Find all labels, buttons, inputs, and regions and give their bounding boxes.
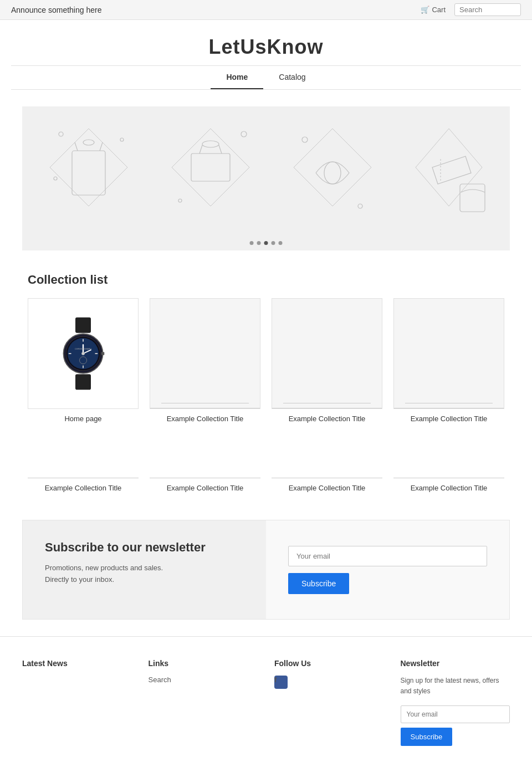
svg-text:CHRONOGRAPH: CHRONOGRAPH [75,348,91,350]
collection-section: Collection list [22,262,510,503]
hero-dot-3[interactable] [264,241,268,245]
hero-dots [250,241,283,245]
hero-illustration-1 [44,123,133,234]
announce-bar: Announce something here 🛒 Cart [0,0,532,20]
newsletter-title: Subscribe to our newsletter [45,540,244,555]
collection-item-home[interactable]: CHRONOGRAPH Home page [28,298,139,423]
newsletter-right: Subscribe [266,520,509,619]
site-header: LetUsKnow Home Catalog [0,20,532,95]
collection-grid: CHRONOGRAPH Home page Example Collection… [28,298,504,492]
collection-label-6: Example Collection Title [272,484,382,492]
collection-image-4 [28,434,139,478]
cart-label: Cart [432,6,446,14]
hero-dot-5[interactable] [279,241,283,245]
footer-newsletter-desc: Sign up for the latest news, offers and … [401,676,510,697]
svg-rect-34 [101,352,105,355]
announce-text: Announce something here [11,6,101,14]
nav-home[interactable]: Home [211,66,263,89]
collection-item-4[interactable]: Example Collection Title [28,434,139,492]
collection-item-6[interactable]: Example Collection Title [272,434,382,492]
collection-item-1[interactable]: Example Collection Title [150,298,260,423]
footer-follow-us: Follow Us f [274,659,384,746]
footer-links: Links Search [149,659,258,746]
search-input[interactable] [454,3,521,16]
svg-point-12 [202,141,219,147]
collection-section-title: Collection list [28,273,504,287]
svg-point-6 [120,138,124,141]
newsletter-email-input[interactable] [288,546,487,566]
svg-line-3 [100,142,103,151]
svg-point-4 [83,140,94,145]
newsletter-subscribe-button[interactable]: Subscribe [288,573,349,594]
hero-illustration-3 [288,123,377,234]
collection-label-5: Example Collection Title [150,484,260,492]
footer-inner: Latest News Links Search Follow Us f New… [22,659,510,762]
collection-image-5 [150,434,260,478]
footer-facebook-link[interactable]: f [274,676,288,689]
hero-illustration-4 [410,123,488,234]
svg-rect-1 [72,151,105,195]
collection-image-home: CHRONOGRAPH [28,298,139,409]
cart-icon: 🛒 [421,6,429,14]
footer-newsletter-email[interactable] [401,705,510,723]
svg-rect-21 [460,184,485,212]
newsletter-desc: Promotions, new products and sales. Dire… [45,562,244,586]
collection-label-2: Example Collection Title [272,415,382,423]
hero-dot-4[interactable] [272,241,275,245]
hero-slideshow [22,106,510,250]
cart-link[interactable]: 🛒 Cart [421,6,446,14]
nav-catalog[interactable]: Catalog [263,66,321,89]
watch-illustration: CHRONOGRAPH [50,315,116,392]
placeholder-1 [150,299,260,408]
collection-image-6 [272,434,382,478]
hero-illustration-2 [166,123,255,234]
newsletter-section: Subscribe to our newsletter Promotions, … [22,520,510,620]
svg-rect-22 [75,318,91,333]
svg-marker-0 [50,129,127,206]
svg-point-5 [59,132,63,136]
footer-newsletter-heading: Newsletter [401,659,510,668]
svg-marker-19 [416,129,482,206]
newsletter-left: Subscribe to our newsletter Promotions, … [23,520,266,619]
site-footer: Latest News Links Search Follow Us f New… [0,636,532,762]
collection-label-3: Example Collection Title [393,415,504,423]
main-nav: Home Catalog [11,65,521,90]
cart-area: 🛒 Cart [421,3,521,16]
svg-marker-8 [172,129,249,206]
svg-point-16 [324,162,341,184]
collection-label-7: Example Collection Title [393,484,504,492]
hero-dot-1[interactable] [250,241,254,245]
footer-columns: Latest News Links Search Follow Us f New… [22,659,510,746]
collection-image-1 [150,298,260,409]
svg-rect-9 [191,154,230,181]
svg-point-14 [178,199,182,202]
svg-line-2 [75,142,78,151]
collection-item-3[interactable]: Example Collection Title [393,298,504,423]
site-title: LetUsKnow [11,35,521,59]
collection-item-2[interactable]: Example Collection Title [272,298,382,423]
collection-label-4: Example Collection Title [28,484,139,492]
footer-links-heading: Links [149,659,258,668]
collection-item-7[interactable]: Example Collection Title [393,434,504,492]
svg-line-11 [219,145,222,154]
footer-latest-news: Latest News [22,659,132,746]
svg-line-10 [200,145,202,154]
footer-subscribe-button[interactable]: Subscribe [401,728,453,746]
svg-point-18 [358,204,362,208]
footer-link-search[interactable]: Search [149,676,258,684]
footer-follow-heading: Follow Us [274,659,384,668]
svg-point-33 [81,352,85,355]
svg-point-17 [302,137,308,142]
footer-latest-news-heading: Latest News [22,659,132,668]
collection-item-5[interactable]: Example Collection Title [150,434,260,492]
collection-label-home: Home page [28,415,139,423]
svg-rect-23 [75,374,91,390]
collection-label-1: Example Collection Title [150,415,260,423]
collection-image-7 [393,434,504,478]
svg-marker-15 [294,129,371,206]
hero-dot-2[interactable] [257,241,261,245]
collection-image-2 [272,298,382,409]
svg-point-13 [241,131,247,137]
collection-image-3 [393,298,504,409]
hero-inner [22,106,510,250]
